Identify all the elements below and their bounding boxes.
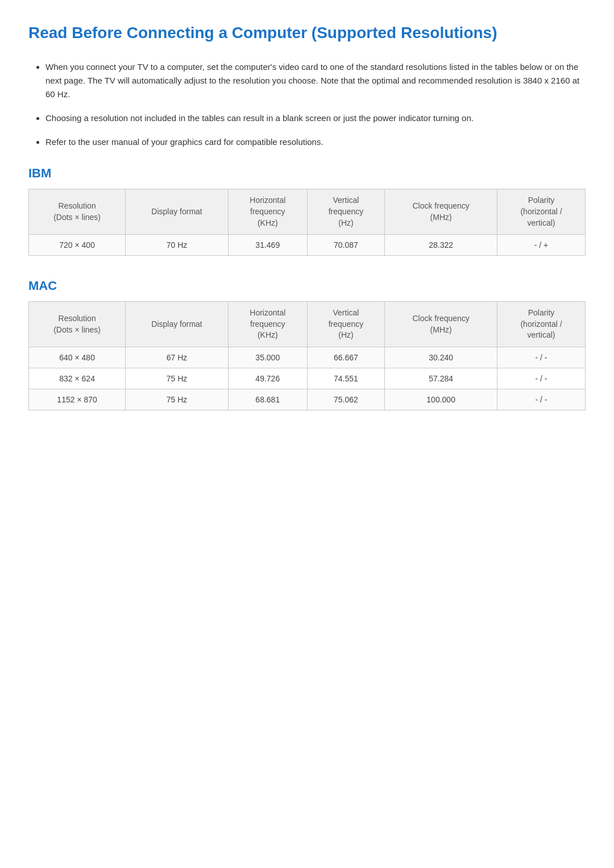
bullet-2: Choosing a resolution not included in th… [45,111,586,125]
intro-bullets: When you connect your TV to a computer, … [45,60,586,149]
table-row: 640 × 48067 Hz35.00066.66730.240- / - [29,347,586,368]
cell-display_format: 70 Hz [126,235,229,256]
cell-display_format: 75 Hz [126,389,229,410]
table-row: 1152 × 87075 Hz68.68175.062100.000- / - [29,389,586,410]
cell-h_freq: 35.000 [228,347,307,368]
mac-col-display-format: Display format [126,302,229,347]
bullet-1: When you connect your TV to a computer, … [45,60,586,101]
cell-resolution: 832 × 624 [29,368,126,389]
cell-polarity: - / - [497,389,586,410]
ibm-col-polarity: Polarity(horizontal /vertical) [497,189,586,235]
ibm-col-h-freq: Horizontalfrequency(KHz) [228,189,307,235]
mac-section: MAC Resolution(Dots × lines) Display for… [28,279,586,410]
cell-v_freq: 75.062 [307,389,384,410]
mac-col-resolution: Resolution(Dots × lines) [29,302,126,347]
cell-polarity: - / - [497,347,586,368]
page-title: Read Before Connecting a Computer (Suppo… [28,23,586,43]
table-row: 720 × 40070 Hz31.46970.08728.322- / + [29,235,586,256]
mac-col-clock: Clock frequency(MHz) [385,302,497,347]
cell-v_freq: 74.551 [307,368,384,389]
mac-table: Resolution(Dots × lines) Display format … [28,301,586,410]
ibm-heading: IBM [28,166,586,181]
cell-polarity: - / - [497,368,586,389]
ibm-col-v-freq: Verticalfrequency(Hz) [307,189,384,235]
mac-col-polarity: Polarity(horizontal /vertical) [497,302,586,347]
cell-h_freq: 49.726 [228,368,307,389]
cell-clock: 57.284 [385,368,497,389]
mac-col-v-freq: Verticalfrequency(Hz) [307,302,384,347]
cell-polarity: - / + [497,235,586,256]
ibm-col-resolution: Resolution(Dots × lines) [29,189,126,235]
cell-display_format: 67 Hz [126,347,229,368]
ibm-table: Resolution(Dots × lines) Display format … [28,189,586,256]
mac-table-header-row: Resolution(Dots × lines) Display format … [29,302,586,347]
ibm-section: IBM Resolution(Dots × lines) Display for… [28,166,586,256]
cell-resolution: 1152 × 870 [29,389,126,410]
mac-heading: MAC [28,279,586,293]
cell-v_freq: 70.087 [307,235,384,256]
ibm-col-clock: Clock frequency(MHz) [385,189,497,235]
cell-clock: 30.240 [385,347,497,368]
cell-clock: 100.000 [385,389,497,410]
ibm-table-header-row: Resolution(Dots × lines) Display format … [29,189,586,235]
ibm-col-display-format: Display format [126,189,229,235]
table-row: 832 × 62475 Hz49.72674.55157.284- / - [29,368,586,389]
cell-h_freq: 31.469 [228,235,307,256]
mac-col-h-freq: Horizontalfrequency(KHz) [228,302,307,347]
cell-resolution: 640 × 480 [29,347,126,368]
cell-display_format: 75 Hz [126,368,229,389]
cell-resolution: 720 × 400 [29,235,126,256]
cell-v_freq: 66.667 [307,347,384,368]
cell-h_freq: 68.681 [228,389,307,410]
bullet-3: Refer to the user manual of your graphic… [45,135,586,149]
cell-clock: 28.322 [385,235,497,256]
